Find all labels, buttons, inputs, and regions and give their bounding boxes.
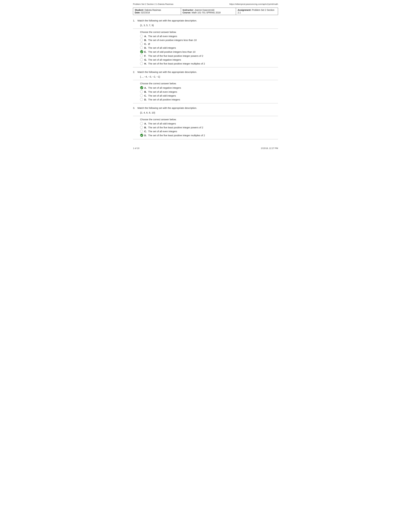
question-1: 1.Match the following set with the appro… [133, 18, 278, 67]
question-3: 3.Match the following set with the appro… [133, 105, 278, 139]
student-label: Student: [135, 9, 144, 11]
question-3-option-D[interactable]: D.The set of the five least positive int… [140, 134, 278, 137]
top-bar: Problem Set 2 Section 2.1-Dakota Rasimas… [133, 3, 278, 5]
assignment-label: Assignment: [238, 9, 251, 11]
question-2-number: 2. [133, 71, 138, 73]
option-text-C: The set of all odd integers [148, 94, 176, 97]
footer: 1 of 10 2/15/18, 12:27 PM [133, 146, 278, 150]
student-cell: Student: Dakota Rasimas Date: 02/15/18 [133, 8, 181, 15]
correct-check-icon [140, 50, 143, 53]
question-3-instruction: Choose the correct answer below. [140, 118, 278, 121]
option-text-A: The set of all even integers [148, 35, 177, 38]
option-letter-A: A. [144, 122, 147, 125]
instructor-name: Joanne Kawczenski [195, 9, 215, 11]
question-1-prompt: Match the following set with the appropr… [138, 19, 197, 22]
question-2-option-D[interactable]: D.The set of all positive integers [140, 98, 278, 101]
option-letter-C: C. [144, 43, 147, 45]
question-3-number: 3. [133, 106, 138, 109]
question-1-options: A.The set of all even integersB.The set … [140, 35, 278, 65]
option-text-C: The set of all even integers [148, 130, 177, 133]
question-2-option-B[interactable]: B.The set of all even integers [140, 90, 278, 93]
option-letter-H: H. [144, 62, 147, 65]
question-2: 2.Match the following set with the appro… [133, 69, 278, 103]
instructor-cell: Instructor: Joanne Kawczenski Course: Ma… [181, 8, 236, 15]
course-label: Course: [183, 11, 191, 14]
option-letter-A: A. [144, 35, 147, 38]
header-table: Student: Dakota Rasimas Date: 02/15/18 I… [133, 8, 278, 15]
option-letter-F: F. [144, 55, 147, 57]
question-2-option-C[interactable]: C.The set of all odd integers [140, 94, 278, 97]
question-2-header: 2.Match the following set with the appro… [133, 69, 278, 74]
question-3-option-A[interactable]: A.The set of all odd integers [140, 122, 278, 125]
radio-icon [140, 54, 143, 57]
radio-icon [140, 122, 143, 125]
question-3-prompt: Match the following set with the appropr… [138, 106, 197, 109]
assignment-cell: Assignment: Problem Set 2 Section 2.1 [236, 8, 278, 15]
question-1-option-D[interactable]: D.The set of all odd integers [140, 46, 278, 49]
option-letter-B: B. [144, 90, 147, 93]
question-3-option-C[interactable]: C.The set of all even integers [140, 130, 278, 133]
option-text-D: The set of all positive integers [148, 98, 180, 101]
footer-right: 2/15/18, 12:27 PM [261, 147, 278, 150]
radio-icon [140, 42, 143, 45]
option-text-G: The set of all negative integers [148, 58, 181, 61]
option-letter-E: E. [144, 50, 147, 53]
question-3-header: 3.Match the following set with the appro… [133, 105, 278, 110]
top-bar-left: Problem Set 2 Section 2.1-Dakota Rasimas [133, 3, 173, 5]
question-1-option-H[interactable]: H.The set of the five least positive int… [140, 62, 278, 65]
question-1-option-B[interactable]: B.The set of even positive integers less… [140, 38, 278, 41]
question-2-prompt: Match the following set with the appropr… [138, 71, 197, 73]
option-text-C: Ø [148, 43, 150, 45]
radio-icon [140, 90, 143, 93]
radio-icon [140, 126, 143, 129]
radio-icon [140, 130, 143, 133]
radio-icon [140, 62, 143, 65]
radio-icon [140, 46, 143, 49]
question-1-option-A[interactable]: A.The set of all even integers [140, 35, 278, 38]
instructor-label: Instructor: [183, 9, 194, 11]
question-1-set: {1, 3, 5, 7, 9} [140, 24, 278, 27]
course-name: Math 101-701 SPRING 2018 [192, 11, 221, 14]
option-letter-B: B. [144, 126, 147, 129]
top-bar-right: https://xlitemprod.pearsoncmg.com/api/v1… [229, 3, 278, 5]
option-letter-A: A. [144, 86, 147, 89]
question-2-option-A[interactable]: A.The set of all negative integers [140, 86, 278, 89]
question-1-option-F[interactable]: F.The set of the five least positive int… [140, 54, 278, 57]
option-text-B: The set of all even integers [148, 90, 177, 93]
option-text-F: The set of the five least positive integ… [148, 55, 203, 57]
question-3-option-B[interactable]: B.The set of the five least positive int… [140, 126, 278, 129]
option-text-E: The set of odd positive integers less th… [148, 50, 196, 53]
option-letter-D: D. [144, 98, 147, 101]
question-1-option-E[interactable]: E.The set of odd positive integers less … [140, 50, 278, 53]
option-letter-D: D. [144, 47, 147, 49]
question-2-instruction: Choose the correct answer below. [140, 82, 278, 85]
question-1-option-C[interactable]: C.Ø [140, 42, 278, 45]
question-1-number: 1. [133, 19, 138, 22]
option-text-D: The set of the five least positive integ… [148, 134, 205, 137]
option-text-D: The set of all odd integers [148, 47, 176, 49]
question-2-set: {..., −4, −3, −2, −1} [140, 75, 278, 78]
option-text-A: The set of all negative integers [148, 86, 181, 89]
correct-check-icon [140, 86, 143, 89]
option-text-B: The set of even positive integers less t… [148, 39, 197, 41]
option-letter-G: G. [144, 58, 147, 61]
option-letter-D: D. [144, 134, 147, 137]
radio-icon [140, 58, 143, 61]
option-letter-C: C. [144, 94, 147, 97]
radio-icon [140, 94, 143, 97]
option-letter-B: B. [144, 39, 147, 41]
option-text-A: The set of all odd integers [148, 122, 176, 125]
radio-icon [140, 98, 143, 101]
option-letter-C: C. [144, 130, 147, 133]
footer-left: 1 of 10 [133, 147, 140, 150]
radio-icon [140, 35, 143, 38]
student-name: Dakota Rasimas [145, 9, 161, 11]
date-value: 02/15/18 [141, 11, 150, 14]
question-1-option-G[interactable]: G.The set of all negative integers [140, 58, 278, 61]
option-text-B: The set of the five least positive integ… [148, 126, 203, 129]
radio-icon [140, 38, 143, 41]
questions-container: 1.Match the following set with the appro… [133, 18, 278, 139]
question-2-options: A.The set of all negative integersB.The … [140, 86, 278, 101]
date-label: Date: [135, 11, 140, 14]
question-3-set: {2, 4, 6, 8, 10} [140, 111, 278, 114]
